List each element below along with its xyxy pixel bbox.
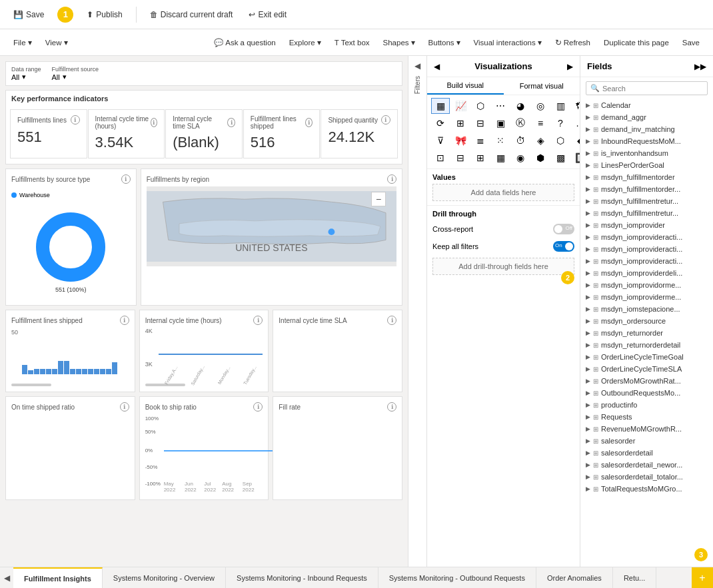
field-item[interactable]: ▶⊞msdyn_iomprovidorme... [580, 279, 713, 291]
field-item[interactable]: ▶⊞salesorderdetail [580, 447, 713, 459]
viz-kpi-icon[interactable]: Ⓚ [511, 115, 530, 131]
viz-area-icon[interactable]: ⬡ [471, 98, 490, 114]
add-data-field[interactable]: Add data fields here [432, 184, 574, 201]
viz-waterfall-icon[interactable]: ≣ [471, 133, 490, 148]
field-item[interactable]: ▶⊞salesorderdetail_totalor... [580, 471, 713, 483]
field-item[interactable]: ▶⊞msdyn_fulfillmentorder... [580, 183, 713, 195]
build-visual-tab[interactable]: Build visual [427, 77, 504, 95]
viz-r5-icon[interactable]: ◉ [511, 150, 530, 166]
viz-map-icon[interactable]: 🗺 [571, 98, 580, 114]
duplicate-button[interactable]: Duplicate this page [598, 36, 674, 49]
info-icon[interactable]: ℹ [121, 174, 131, 184]
field-item[interactable]: ▶⊞msdyn_fulfillmentorder [580, 171, 713, 183]
viz-r7-icon[interactable]: ▩ [551, 150, 570, 166]
toolbar-save-button[interactable]: Save [677, 36, 705, 49]
viz-matrix-icon[interactable]: ⊟ [471, 115, 490, 131]
buttons-button[interactable]: Buttons ▾ [423, 35, 466, 50]
info-icon[interactable]: ℹ [120, 316, 129, 325]
field-item[interactable]: ▶⊞InboundRequestsMoM... [580, 135, 713, 147]
shapes-button[interactable]: Shapes ▾ [378, 35, 420, 50]
info-icon[interactable]: ℹ [253, 402, 263, 412]
filter-collapse-button[interactable]: ◀ [414, 61, 420, 71]
fields-panel-expand[interactable]: ▶▶ [694, 62, 706, 71]
tab-systems-outbound[interactable]: Systems Monitoring - Outbound Requests [378, 567, 536, 588]
tab-systems-overview[interactable]: Systems Monitoring - Overview [103, 567, 226, 588]
field-item[interactable]: ▶⊞OrderLineCycleTimeSLA [580, 363, 713, 375]
tab-order-anomalies[interactable]: Order Anomalies [536, 567, 613, 588]
field-item[interactable]: ▶⊞salesorder [580, 435, 713, 447]
viz-panel-forward[interactable]: ▶ [567, 62, 573, 71]
info-icon[interactable]: ℹ [387, 402, 396, 412]
keep-filters-toggle[interactable]: On [553, 241, 574, 252]
tab-systems-inbound[interactable]: Systems Monitoring - Inbound Requests [226, 567, 378, 588]
format-visual-tab[interactable]: Format visual [504, 77, 580, 95]
field-item[interactable]: ▶⊞msdyn_fulfillmentretur... [580, 207, 713, 219]
field-item[interactable]: ▶⊞msdyn_iomprovideracti... [580, 255, 713, 267]
viz-more-icon[interactable]: … [571, 115, 580, 131]
viz-custom3-icon[interactable]: ◆ [571, 133, 580, 148]
ask-question-button[interactable]: 💬 Ask a question [209, 35, 281, 50]
info-icon[interactable]: ℹ [381, 115, 390, 125]
field-item[interactable]: ▶⊞msdyn_iomprovideracti... [580, 243, 713, 255]
field-item[interactable]: ▶⊞msdyn_iomprovider [580, 219, 713, 231]
viz-gauge-icon[interactable]: ⟳ [431, 115, 450, 131]
view-menu[interactable]: View ▾ [40, 35, 73, 50]
cross-report-toggle[interactable]: Off [553, 224, 574, 234]
viz-card-icon[interactable]: ▣ [491, 115, 510, 131]
viz-r1-icon[interactable]: ⊡ [431, 150, 450, 166]
field-item[interactable]: ▶⊞msdyn_ordersource [580, 315, 713, 327]
field-item[interactable]: ▶⊞OrdersMoMGrowthRat... [580, 375, 713, 387]
viz-qna-icon[interactable]: ? [551, 115, 570, 131]
field-item[interactable]: ▶⊞msdyn_fulfillmentretur... [580, 195, 713, 207]
viz-custom1-icon[interactable]: ◈ [531, 133, 550, 148]
visual-interactions-button[interactable]: Visual interactions ▾ [468, 35, 547, 50]
field-item[interactable]: ▶⊞msdyn_iomstepacione... [580, 303, 713, 315]
field-item[interactable]: ▶⊞salesorderdetail_newor... [580, 459, 713, 471]
viz-scatter2-icon[interactable]: ⁙ [491, 133, 510, 148]
tab-fulfillment-insights[interactable]: Fulfillment Insights [13, 567, 103, 588]
field-item[interactable]: ▶⊞Requests [580, 411, 713, 423]
field-item[interactable]: ▶⊞demand_inv_matching [580, 123, 713, 135]
explore-button[interactable]: Explore ▾ [284, 35, 327, 50]
search-input[interactable] [602, 85, 703, 93]
field-item[interactable]: ▶⊞productinfo [580, 399, 713, 411]
field-item[interactable]: ▶⊞msdyn_iomprovideracti... [580, 231, 713, 243]
viz-scatter-icon[interactable]: ⋯ [491, 98, 510, 114]
info-icon[interactable]: ℹ [71, 115, 80, 125]
field-item[interactable]: ▶⊞OutboundRequestsMo... [580, 387, 713, 399]
discard-button[interactable]: 🗑 Discard current draft [145, 7, 239, 22]
viz-bar-icon[interactable]: ▦ [431, 98, 450, 114]
viz-r4-icon[interactable]: ▦ [491, 150, 510, 166]
info-icon[interactable]: ℹ [387, 316, 396, 325]
field-item[interactable]: ▶⊞demand_aggr [580, 111, 713, 123]
add-tab-button[interactable]: + [692, 567, 713, 588]
field-item[interactable]: ▶⊞RevenueMoMGrowthR... [580, 423, 713, 435]
viz-table-icon[interactable]: ⊞ [451, 115, 470, 131]
viz-pie-icon[interactable]: ◕ [511, 98, 530, 114]
info-icon[interactable]: ℹ [120, 402, 129, 412]
field-item[interactable]: ▶⊞msdyn_returnorder [580, 327, 713, 339]
textbox-button[interactable]: T Text box [329, 36, 375, 49]
viz-panel-back[interactable]: ◀ [434, 62, 440, 71]
viz-r8-icon[interactable]: 🔲 [571, 150, 580, 166]
viz-r3-icon[interactable]: ⊞ [471, 150, 490, 166]
info-icon[interactable]: ℹ [151, 118, 157, 127]
field-item[interactable]: ▶⊞TotalRequestsMoMGro... [580, 483, 713, 495]
viz-custom2-icon[interactable]: ⬡ [551, 133, 570, 148]
info-icon[interactable]: ℹ [305, 118, 313, 127]
save-button[interactable]: 💾 Save [8, 7, 49, 22]
viz-line-icon[interactable]: 📈 [451, 98, 470, 114]
field-item[interactable]: ▶⊞msdyn_iomproviderme... [580, 291, 713, 303]
exit-button[interactable]: ↩ Exit edit [243, 7, 292, 22]
viz-slicer-icon[interactable]: ≡ [531, 115, 550, 131]
viz-clock-icon[interactable]: ⏱ [511, 133, 530, 148]
tab-retu[interactable]: Retu... [613, 567, 656, 588]
field-item[interactable]: ▶⊞LinesPerOrderGoal [580, 159, 713, 171]
field-item[interactable]: ▶⊞msdyn_iomproviderdeli... [580, 267, 713, 279]
add-drill-field[interactable]: Add drill-through fields here [432, 258, 574, 275]
field-item[interactable]: ▶⊞Calendar [580, 99, 713, 111]
viz-r2-icon[interactable]: ⊟ [451, 150, 470, 166]
map-zoom-out[interactable]: − [371, 192, 386, 206]
file-menu[interactable]: File ▾ [8, 35, 37, 50]
info-icon[interactable]: ℹ [253, 316, 263, 325]
